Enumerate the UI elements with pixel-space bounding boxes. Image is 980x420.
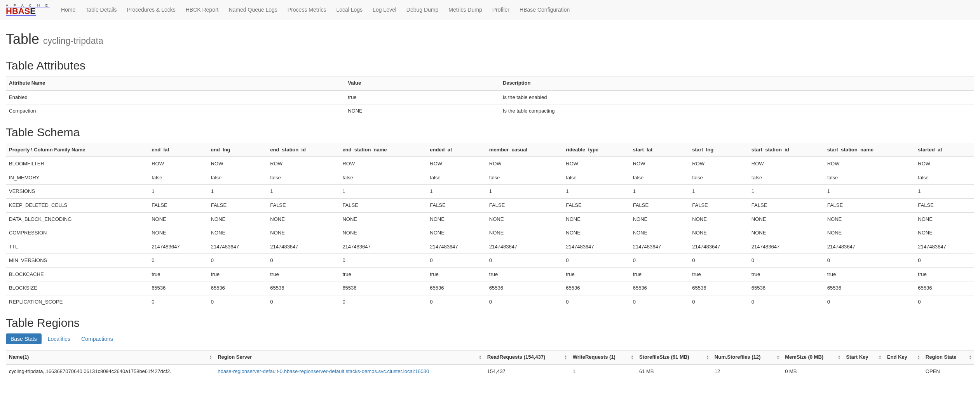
table-cell: ROW: [630, 157, 689, 171]
regions-col-header[interactable]: End Key▲▼: [884, 351, 922, 364]
attr-col-header: Description: [500, 76, 974, 90]
table-cell: true: [824, 267, 915, 281]
sort-icon[interactable]: ▲▼: [776, 355, 779, 360]
sort-icon[interactable]: ▲▼: [706, 355, 709, 360]
tab-localities[interactable]: Localities: [43, 333, 75, 344]
table-cell: NONE: [208, 212, 267, 226]
table-cell: false: [748, 171, 824, 185]
regions-col-header[interactable]: Name(1)▲▼: [6, 351, 214, 364]
tab-compactions[interactable]: Compactions: [77, 333, 118, 344]
table-row: DATA_BLOCK_ENCODINGNONENONENONENONENONEN…: [6, 212, 974, 226]
nav-item-local-logs[interactable]: Local Logs: [331, 1, 368, 19]
regions-col-header[interactable]: WriteRequests (1)▲▼: [570, 351, 636, 364]
table-cell: Compaction: [6, 104, 345, 118]
table-cell: 1: [339, 185, 427, 199]
schema-prop-cell: REPLICATION_SCOPE: [6, 295, 148, 309]
table-cell: 1: [427, 185, 486, 199]
table-cell: FALSE: [915, 198, 974, 212]
table-cell: NONE: [689, 212, 748, 226]
table-cell: true: [267, 267, 339, 281]
table-row: BLOOMFILTERROWROWROWROWROWROWROWROWROWRO…: [6, 157, 974, 171]
schema-table: Property \ Column Family Nameend_latend_…: [6, 143, 974, 309]
table-cell: true: [915, 267, 974, 281]
table-cell: hbase-regionserver-default-0.hbase-regio…: [214, 364, 484, 378]
table-cell: NONE: [630, 212, 689, 226]
table-cell: 2147483647: [267, 240, 339, 254]
attr-col-header: Attribute Name: [6, 76, 345, 90]
regions-col-header[interactable]: MemSize (0 MB)▲▼: [782, 351, 843, 364]
table-cell: FALSE: [689, 198, 748, 212]
sort-icon[interactable]: ▲▼: [838, 355, 841, 360]
table-cell: 1: [208, 185, 267, 199]
table-cell: true: [630, 267, 689, 281]
schema-family-header: start_lng: [689, 143, 748, 157]
table-cell: 65536: [915, 281, 974, 295]
table-cell: false: [824, 171, 915, 185]
schema-prop-cell: COMPRESSION: [6, 226, 148, 240]
nav-item-procedures-locks[interactable]: Procedures & Locks: [122, 1, 180, 19]
table-cell: NONE: [345, 104, 500, 118]
sort-icon[interactable]: ▲▼: [564, 355, 567, 360]
table-cell: FALSE: [748, 198, 824, 212]
sort-icon[interactable]: ▲▼: [969, 355, 972, 360]
regions-col-header[interactable]: Start Key▲▼: [843, 351, 884, 364]
nav-item-metrics-dump[interactable]: Metrics Dump: [443, 1, 487, 19]
regions-col-header[interactable]: StorefileSize (61 MB)▲▼: [636, 351, 711, 364]
regions-col-header[interactable]: ReadRequests (154,437)▲▼: [484, 351, 570, 364]
regions-col-header[interactable]: Region Server▲▼: [214, 351, 484, 364]
tab-base-stats[interactable]: Base Stats: [6, 333, 42, 344]
nav-item-home[interactable]: Home: [56, 1, 80, 19]
table-cell: Enabled: [6, 90, 345, 104]
table-cell: 2147483647: [630, 240, 689, 254]
schema-family-header: end_station_name: [339, 143, 427, 157]
table-cell: 0: [339, 295, 427, 309]
sort-icon[interactable]: ▲▼: [879, 355, 882, 360]
sort-icon[interactable]: ▲▼: [631, 355, 634, 360]
table-cell: NONE: [563, 226, 630, 240]
table-cell: true: [486, 267, 563, 281]
sort-icon[interactable]: ▲▼: [209, 355, 212, 360]
nav-item-process-metrics[interactable]: Process Metrics: [282, 1, 331, 19]
table-cell: 0: [824, 295, 915, 309]
brand-logo[interactable]: A P A C H E HBASE: [6, 4, 56, 15]
regions-col-header[interactable]: Num.Storefiles (12)▲▼: [711, 351, 782, 364]
table-cell: FALSE: [148, 198, 208, 212]
table-cell: 65536: [630, 281, 689, 295]
nav-item-table-details[interactable]: Table Details: [80, 1, 122, 19]
nav-item-profiler[interactable]: Profiler: [487, 1, 514, 19]
table-cell: 2147483647: [339, 240, 427, 254]
table-cell: 65536: [824, 281, 915, 295]
nav-item-hbase-configuration[interactable]: HBase Configuration: [514, 1, 575, 19]
table-cell: 0: [563, 254, 630, 268]
schema-family-header: ended_at: [427, 143, 486, 157]
nav-item-debug-dump[interactable]: Debug Dump: [401, 1, 444, 19]
table-cell: NONE: [339, 212, 427, 226]
table-cell: 0: [824, 254, 915, 268]
schema-family-header: start_station_name: [824, 143, 915, 157]
nav-item-hbck-report[interactable]: HBCK Report: [181, 1, 224, 19]
table-cell: 0: [339, 254, 427, 268]
table-cell: FALSE: [486, 198, 563, 212]
sort-icon[interactable]: ▲▼: [917, 355, 920, 360]
table-cell: 0: [563, 295, 630, 309]
table-cell: 2147483647: [824, 240, 915, 254]
table-cell: ROW: [915, 157, 974, 171]
region-server-link[interactable]: hbase-regionserver-default-0.hbase-regio…: [218, 368, 429, 374]
table-cell: true: [148, 267, 208, 281]
table-cell: NONE: [267, 212, 339, 226]
table-cell: 1: [748, 185, 824, 199]
table-cell: FALSE: [563, 198, 630, 212]
sort-icon[interactable]: ▲▼: [479, 355, 482, 360]
table-cell: false: [208, 171, 267, 185]
regions-col-header[interactable]: Region State▲▼: [922, 351, 974, 364]
schema-prop-cell: VERSIONS: [6, 185, 148, 199]
table-cell: 65536: [748, 281, 824, 295]
table-cell: NONE: [915, 226, 974, 240]
table-cell: 2147483647: [689, 240, 748, 254]
attributes-heading: Table Attributes: [6, 59, 974, 72]
schema-prop-cell: TTL: [6, 240, 148, 254]
nav-item-named-queue-logs[interactable]: Named Queue Logs: [224, 1, 282, 19]
table-cell: NONE: [689, 226, 748, 240]
regions-heading: Table Regions: [6, 316, 974, 330]
nav-item-log-level[interactable]: Log Level: [368, 1, 401, 19]
